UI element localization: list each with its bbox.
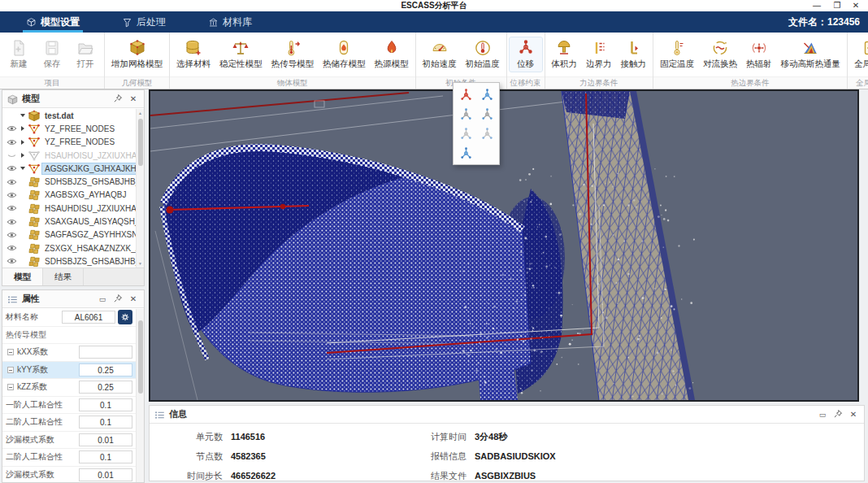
close-panel-icon[interactable]: ✕ [128,94,139,103]
viewport-3d[interactable] [149,89,859,402]
tree-expander-icon[interactable] [7,384,14,390]
radiation-button[interactable]: 热辐射 [742,37,776,72]
tree-node[interactable]: YZ_FREE_NODES [2,136,144,149]
property-row[interactable]: kZZ系数0.25 [2,379,136,397]
mesh-cube-button[interactable]: 增加网格模型 [107,37,167,72]
constraint-xyz-blue-icon[interactable] [477,85,497,103]
scrollbar-thumb[interactable] [138,119,143,166]
material-settings-button[interactable] [118,310,132,324]
constraint-z-icon[interactable] [456,144,475,162]
panel-tab-结果[interactable]: 结果 [43,268,84,285]
property-value-input[interactable]: 0.1 [79,450,132,463]
new-file-button[interactable]: 新建 [2,37,35,72]
property-row[interactable]: kXX系数 [2,344,136,362]
constraint-y-icon[interactable] [477,124,497,142]
caret-down-icon[interactable] [20,167,26,170]
property-value-input[interactable]: 0.25 [79,381,132,394]
property-value-input[interactable]: 0.01 [79,433,132,446]
scroll-down-icon[interactable]: ▼ [137,259,144,268]
displacement-button[interactable]: 位移 [510,37,542,72]
eye-visible-icon[interactable] [6,189,18,201]
body-force-button[interactable]: 体积力 [548,37,582,72]
property-row[interactable]: 一阶人工粘合性0.1 [2,397,136,415]
minimize-icon[interactable]: — [808,0,826,11]
tree-node[interactable]: SDHSBJZS_GHSABJHB_ZAHU [2,255,144,268]
fixed-temperature-button[interactable]: 固定温度 [656,37,698,72]
save-button[interactable]: 保存 [36,37,68,72]
gaussian-flux-button[interactable]: 移动高斯热通量 [777,37,845,72]
tree-node[interactable]: XAGBSXG_AYHAQBJ [2,189,144,202]
tree-node[interactable]: HSAUHDISU_JZXIUXHAHX [2,202,144,215]
caret-right-icon[interactable] [20,126,26,131]
heat-conduction-button[interactable]: 热传导模型 [267,37,319,72]
convection-button[interactable]: 对流换热 [699,37,741,72]
tree-node[interactable]: SDHSBJZS_GHSABJHB_ZAHU [2,175,144,188]
property-value-input[interactable]: 0.25 [79,363,132,376]
eye-visible-icon[interactable] [6,176,18,188]
constraint-x-icon[interactable] [456,124,475,142]
global-settings-button[interactable]: 全局设置 [850,37,868,72]
heat-source-button[interactable]: 热源模型 [371,37,413,72]
open-folder-button[interactable]: 打开 [69,37,102,72]
contact-force-button[interactable]: 接触力 [617,37,651,72]
eye-visible-icon[interactable] [6,202,18,214]
initial-velocity-button[interactable]: 初始速度 [419,37,461,72]
tree-expander-icon[interactable] [7,349,14,355]
pin-icon[interactable] [112,294,124,305]
caret-down-icon[interactable] [20,114,26,117]
tree-node[interactable]: YZ_FREE_NODES [2,122,144,135]
restore-panel-icon[interactable]: ▭ [817,411,828,419]
caret-right-icon[interactable] [20,153,26,158]
properties-scrollbar[interactable] [136,309,144,482]
eye-visible-icon[interactable] [6,123,18,134]
property-value-input[interactable] [79,346,132,359]
scrollbar-thumb[interactable] [138,320,143,394]
tree-scrollbar[interactable]: ▲ ▼ [136,109,144,268]
property-value-input[interactable]: 0.01 [79,468,132,481]
panel-tab-模型[interactable]: 模型 [2,268,43,285]
close-icon[interactable]: ✕ [847,0,865,11]
tree-node[interactable]: ZSXGX_HSAKAZNZXK_AHASX [2,242,144,255]
stability-scale-button[interactable]: 稳定性模型 [215,37,267,72]
restore-icon[interactable]: ❐ [828,0,846,11]
property-row[interactable]: 沙漏模式系数0.01 [2,432,136,450]
constraint-xy-icon[interactable] [456,105,475,123]
menu-tab-model-settings[interactable]: 模型设置 [21,11,85,33]
property-row[interactable]: 二阶人工粘合性0.1 [2,414,136,432]
eye-hidden-icon[interactable] [6,150,18,161]
pin-icon[interactable] [832,409,844,420]
eye-visible-icon[interactable] [6,137,18,148]
eye-visible-icon[interactable] [6,242,18,254]
constraint-xyz-red-icon[interactable] [456,85,475,103]
close-panel-icon[interactable]: ✕ [128,294,139,303]
property-row[interactable]: 二阶人工粘合性0.1 [2,449,136,467]
material-db-button[interactable]: 选择材料 [172,37,215,72]
close-panel-icon[interactable]: ✕ [848,410,859,419]
menu-tab-material-library[interactable]: 材料库 [203,11,257,33]
pin-icon[interactable] [112,94,124,105]
eye-visible-icon[interactable] [6,216,18,228]
heat-storage-button[interactable]: 热储存模型 [319,37,370,72]
property-row[interactable]: 沙漏模式系数0.01 [2,467,136,483]
menu-tab-post-process[interactable]: 后处理 [117,11,171,33]
property-value-input[interactable]: 0.1 [79,416,132,429]
boundary-force-button[interactable]: 边界力 [582,37,616,72]
tree-node[interactable]: SAGFASGZ_ASYHHXSN [2,228,144,242]
eye-visible-icon[interactable] [6,163,18,174]
scroll-up-icon[interactable]: ▲ [137,109,144,117]
tree-node[interactable]: AGSGKJKG_GJHXAJKHXA [2,162,144,175]
constraint-yz-icon[interactable] [477,105,497,123]
initial-temperature-button[interactable]: 初始温度 [462,37,504,72]
tree-node[interactable]: HSAUHOISU_JZXIUXHAHX [2,149,144,162]
eye-visible-icon[interactable] [6,255,18,267]
caret-right-icon[interactable] [20,140,26,145]
tree-node[interactable]: XSAXGAUS_AISYAQSH_ASHX [2,215,144,228]
eye-visible-icon[interactable] [6,229,18,241]
property-value-input[interactable]: 0.1 [79,398,132,411]
property-row[interactable]: kYY系数0.25 [2,362,136,380]
tree-node[interactable]: test.dat [2,109,144,122]
property-value-input[interactable]: AL6061 [62,311,115,324]
property-row[interactable]: 材料名称AL6061 [2,309,136,327]
tree-expander-icon[interactable] [7,367,14,373]
restore-panel-icon[interactable]: ▭ [97,295,108,303]
